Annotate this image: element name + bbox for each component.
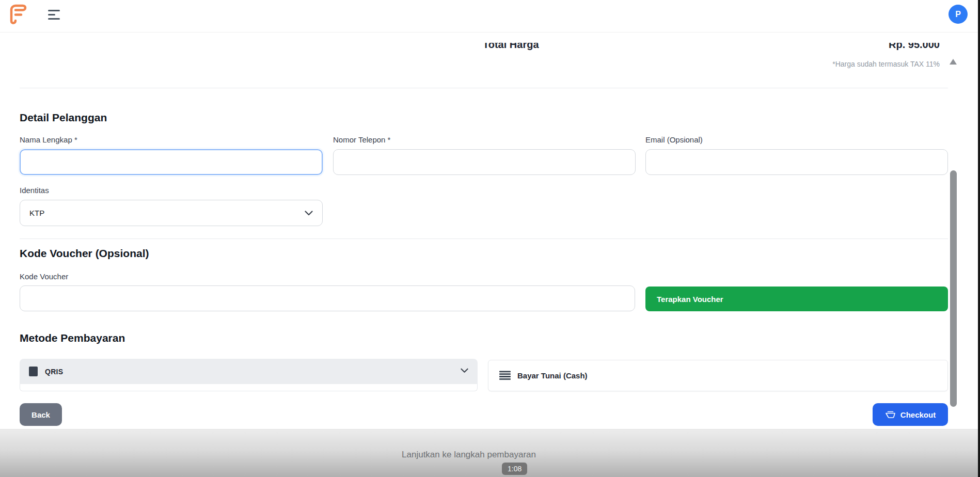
scroll-up-icon[interactable]: [950, 59, 957, 65]
chevron-down-icon: [305, 211, 313, 216]
voucher-label: Kode Voucher: [20, 272, 68, 281]
section-divider: [20, 88, 948, 88]
scrollbar-thumb[interactable]: [950, 170, 957, 407]
menu-icon[interactable]: [48, 10, 60, 20]
payment-method-list-edge: [20, 384, 478, 391]
payment-method-select[interactable]: QRIS: [20, 359, 478, 391]
order-summary-row: Total Harga Rp. 95.000: [0, 43, 940, 58]
back-button[interactable]: Back: [20, 403, 62, 426]
cash-option-label: Bayar Tunai (Cash): [517, 371, 588, 380]
email-label: Email (Opsional): [645, 135, 703, 144]
qris-icon: [29, 367, 38, 376]
apply-voucher-button[interactable]: Terapkan Voucher: [645, 287, 948, 311]
section-divider: [20, 239, 948, 239]
video-caption: Lanjutkan ke langkah pembayaran: [402, 450, 536, 460]
payment-method-title: Metode Pembayaran: [20, 332, 125, 344]
payment-method-selected-value: QRIS: [45, 368, 63, 376]
cash-payment-option[interactable]: Bayar Tunai (Cash): [488, 360, 948, 391]
total-price-label: Total Harga: [483, 43, 539, 51]
video-overlay-area: Lanjutkan ke langkah pembayaran 1:08: [0, 429, 980, 477]
voucher-input[interactable]: [20, 285, 635, 311]
video-timestamp: 1:08: [502, 463, 527, 475]
voucher-title: Kode Voucher (Opsional): [20, 247, 149, 260]
user-avatar[interactable]: P: [949, 5, 968, 24]
identity-select[interactable]: KTP: [20, 200, 323, 226]
app-logo-icon[interactable]: [8, 3, 29, 27]
phone-label: Nomor Telepon *: [333, 135, 390, 144]
email-input[interactable]: [645, 149, 948, 175]
name-label: Nama Lengkap *: [20, 135, 77, 144]
chevron-down-icon: [461, 368, 468, 373]
name-input[interactable]: [20, 149, 323, 175]
total-price-value: Rp. 95.000: [889, 43, 940, 51]
top-bar: P: [0, 0, 980, 33]
checkout-label: Checkout: [900, 410, 936, 419]
identity-label: Identitas: [20, 186, 49, 195]
checkout-cart-icon: [885, 411, 896, 419]
tax-note: *Harga sudah termasuk TAX 11%: [832, 60, 940, 68]
payment-method-selected-row[interactable]: QRIS: [20, 359, 478, 384]
screen-right-edge: [978, 0, 980, 477]
checkout-button[interactable]: Checkout: [873, 403, 948, 426]
identity-selected-value: KTP: [29, 209, 44, 217]
cash-icon: [499, 371, 511, 380]
customer-details-title: Detail Pelanggan: [20, 112, 107, 124]
phone-input[interactable]: [333, 149, 636, 175]
